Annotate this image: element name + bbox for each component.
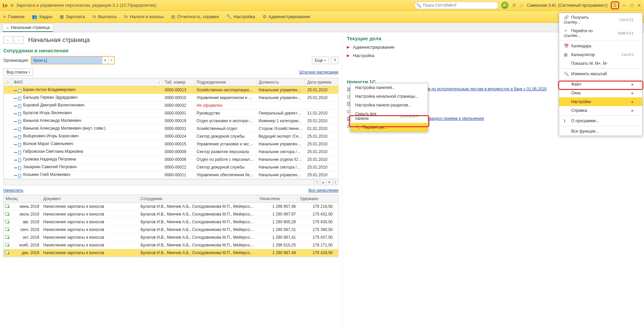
menu-item[interactable]: Файл▸ [559, 80, 642, 89]
scroll-up-icon[interactable]: ▲ [320, 180, 326, 185]
menu-item[interactable]: Справка▸ [559, 106, 642, 115]
accrual-row[interactable]: авг. 2019 Начисление зарплаты и взносов … [4, 218, 338, 226]
accrual-row[interactable]: дек. 2019 Начисление зарплаты и взносов … [4, 249, 338, 257]
accrue-link[interactable]: Начислить [3, 188, 23, 193]
menu-item[interactable]: ▦КалькуляторCtrl+F2 [559, 50, 642, 59]
more-button[interactable]: Еще▾ [312, 57, 329, 64]
employee-row[interactable]: Габровская Светлана Марковна 0000-00009 … [4, 148, 338, 156]
employee-icon [14, 120, 21, 124]
accrual-row[interactable]: окт. 2019 Начисление зарплаты и взносов … [4, 234, 338, 241]
scroll-top-icon[interactable]: ⤒ [314, 180, 320, 185]
col-employees[interactable]: Сотрудники [139, 195, 258, 202]
minimize-icon[interactable]: — [621, 3, 627, 8]
accruals-table-header: Месяц Документ Сотрудники Начислено Удер… [3, 195, 338, 203]
menu-item[interactable]: 🔍Изменить масштаб [559, 69, 642, 78]
all-accruals-link[interactable]: Все начисления [308, 188, 338, 193]
section-icon: 🔧 [226, 14, 232, 19]
employee-row[interactable]: Ваньков Александр Матвеевич 0000-00019 О… [4, 117, 338, 125]
help-button[interactable]: ? [331, 57, 338, 64]
menu-item[interactable]: Настройки▸ [559, 97, 642, 106]
section-icon: ▦ [60, 14, 64, 19]
employee-row[interactable]: Булатов Игорь Виленович 0000-00001 Руков… [4, 109, 338, 117]
section-Кадры[interactable]: 👥Кадры [32, 14, 52, 19]
submenu-item[interactable]: 🔧Параметры... [351, 123, 428, 132]
section-Главное[interactable]: ≡Главное [3, 14, 24, 19]
col-tabnum[interactable]: Таб. номер [163, 78, 195, 86]
tab-home[interactable]: ⌂ Начальная страница [3, 23, 53, 32]
section-Выплаты[interactable]: %Выплаты [92, 14, 116, 19]
org-select[interactable]: ▾ ↗ [31, 56, 115, 64]
menu-item[interactable]: ℹО программе... [559, 116, 642, 125]
employee-row[interactable]: Ваньков Александр Матвеевич (внут. совм.… [4, 125, 338, 133]
current-user[interactable]: Савинская З.Ю. (Системный программист) [527, 3, 607, 8]
app-title: Зарплата и управление персоналом, редакц… [16, 3, 156, 8]
service-menu-button[interactable]: ☰ [611, 1, 619, 9]
col-position[interactable]: Должность [257, 78, 305, 86]
employee-icon [14, 97, 21, 100]
section-icon: % [124, 14, 128, 19]
employee-row[interactable]: Базин Антон Владимирович 0000-00013 Хозя… [4, 86, 338, 94]
scroll-bottom-icon[interactable]: ⤓ [332, 180, 338, 185]
org-input[interactable] [32, 57, 102, 64]
menu-item[interactable]: 🔗Получить ссылку...Ctrl+F11 [559, 13, 642, 27]
submenu-item[interactable]: Скрыть все панелиCtrl+Shift+` [351, 109, 428, 123]
employee-row[interactable]: Волков Марат Савельевич 0000-00015 Управ… [4, 140, 338, 148]
accrual-row[interactable]: нояб. 2019 Начисление зарплаты и взносов… [4, 241, 338, 249]
submenu-item[interactable]: Настройка начальной страницы... [351, 92, 428, 101]
search-input[interactable] [415, 2, 498, 9]
employee-row[interactable]: Козьмин Глеб Матвеевич 0000-00021 Управл… [4, 171, 338, 179]
submenu-item[interactable]: Настройка панели разделов... [351, 101, 428, 109]
notifications-icon[interactable]: 🔔 [501, 2, 508, 9]
maximize-icon[interactable]: ◻ [629, 3, 635, 8]
employee-row[interactable]: Бальцер Герман Эдуардович 0000-00010 Упр… [4, 94, 338, 102]
section-Настройка[interactable]: 🔧Настройка [226, 14, 255, 19]
menu-item[interactable]: Все функции... [559, 127, 642, 136]
home-icon: ⌂ [6, 25, 9, 30]
employee-row[interactable]: Боровой Дмитрий Валентинович 0000-00032 … [4, 102, 338, 109]
view-mode-button[interactable]: Вид списка▾ [3, 68, 33, 76]
accrual-row[interactable]: июнь 2019 Начисление зарплаты и взносов … [4, 203, 338, 210]
accrual-row[interactable]: июль 2019 Начисление зарплаты и взносов … [4, 210, 338, 218]
employee-icon [14, 166, 21, 170]
section-Налоги и взносы[interactable]: %Налоги и взносы [124, 14, 164, 19]
nav-back-button[interactable]: ← [3, 36, 13, 44]
menu-separator [559, 79, 642, 79]
col-fio[interactable]: ФИО↓ [12, 78, 163, 86]
menu-item[interactable]: 📅Календарь [559, 42, 642, 50]
col-month[interactable]: Месяц [4, 195, 41, 202]
accrual-row[interactable]: сент. 2019 Начисление зарплаты и взносов… [4, 226, 338, 234]
section-Отчетность, справки[interactable]: ▤Отчетность, справки [171, 14, 219, 19]
section-Администрирование[interactable]: ⚙Администрирование [263, 14, 310, 19]
employee-row[interactable]: Войцехович Игорь Борисович 0000-00024 Се… [4, 133, 338, 140]
section-Зарплата[interactable]: ▦Зарплата [60, 14, 85, 19]
menu-separator [559, 41, 642, 41]
col-accrued[interactable]: Начислено [258, 195, 298, 202]
org-dropdown-icon[interactable]: ▾ [102, 57, 108, 64]
menu-item[interactable]: ↗Перейти по ссылке...Shift+F11 [559, 27, 642, 40]
employee-row[interactable]: Захаркин Савелий Петрович 0000-00022 Сек… [4, 163, 338, 171]
panels-submenu: Настройка панелей...Настройка начальной … [350, 83, 428, 132]
nav-forward-button[interactable]: → [14, 36, 23, 44]
submenu-item[interactable]: Настройка панелей... [351, 83, 428, 92]
col-hire-date[interactable]: Дата приема [305, 78, 335, 86]
org-open-icon[interactable]: ↗ [108, 57, 114, 64]
menu-item[interactable]: Окна▸ [559, 89, 642, 97]
close-icon[interactable]: ✕ [637, 3, 642, 8]
col-document[interactable]: Документ [41, 195, 139, 202]
menu-icon: ℹ [564, 119, 569, 123]
menu-item[interactable]: Показать M, M+, M- [559, 59, 642, 68]
scroll-down-icon[interactable]: ▼ [326, 180, 332, 185]
col-withheld[interactable]: Удержано [298, 195, 335, 202]
employees-table-header: ⚠ ФИО↓ Таб. номер Подразделение Должност… [4, 78, 338, 86]
favorite-icon[interactable]: ☆ [519, 3, 524, 8]
employee-icon [14, 158, 21, 162]
document-icon [5, 220, 9, 223]
history-icon[interactable]: ↺ [512, 3, 516, 8]
employee-row[interactable]: Громова Надежда Петровна 0000-00008 Отде… [4, 156, 338, 163]
menu-icon: 🔧 [355, 125, 360, 130]
logo-1c: 1e [2, 2, 8, 8]
main-menu-icon[interactable]: ≡ [10, 2, 13, 8]
col-warn[interactable]: ⚠ [4, 78, 12, 86]
col-department[interactable]: Подразделение [195, 78, 257, 86]
staffing-link[interactable]: Штатное расписание [299, 70, 338, 75]
